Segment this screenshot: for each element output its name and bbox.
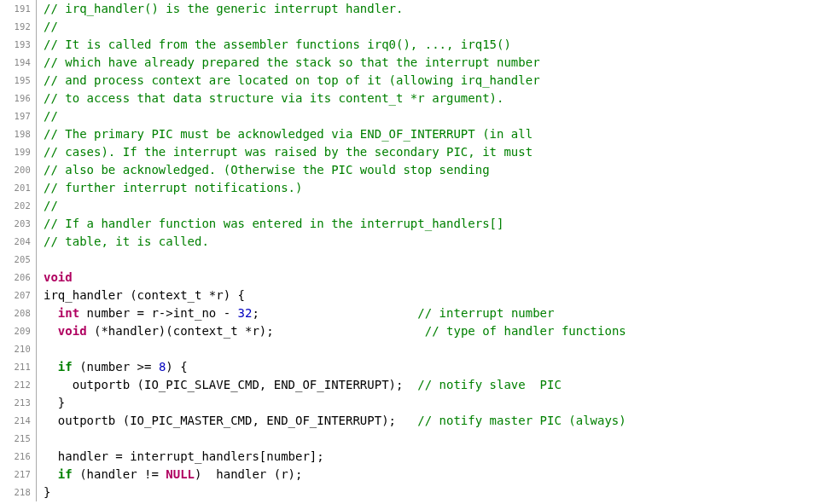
line-number: 212 — [0, 376, 37, 394]
code-row[interactable]: 199// cases). If the interrupt was raise… — [0, 143, 838, 161]
code-row[interactable]: 213 } — [0, 394, 838, 412]
code-line[interactable]: // which have already prepared the stack… — [37, 54, 540, 71]
token-plain — [44, 360, 58, 374]
line-number: 192 — [0, 18, 37, 36]
code-line[interactable]: // irq_handler() is the generic interrup… — [37, 0, 403, 17]
code-row[interactable]: 193// It is called from the assembler fu… — [0, 36, 838, 54]
line-number: 218 — [0, 484, 37, 501]
line-number: 200 — [0, 161, 37, 179]
token-comment: // notify master PIC (always) — [417, 414, 626, 427]
line-number: 198 — [0, 125, 37, 143]
line-number: 203 — [0, 215, 37, 233]
code-row[interactable]: 204// table, it is called. — [0, 233, 838, 251]
code-line[interactable]: // to access that data structure via its… — [37, 90, 503, 107]
code-row[interactable]: 210 — [0, 340, 838, 358]
token-plain: (*handler)(context_t *r); — [87, 324, 425, 338]
code-row[interactable]: 203// If a handler function was entered … — [0, 215, 838, 233]
token-plain: outportb (IO_PIC_MASTER_CMD, END_OF_INTE… — [44, 414, 417, 427]
code-editor[interactable]: 191// irq_handler() is the generic inter… — [0, 0, 838, 501]
code-line[interactable]: // further interrupt notifications.) — [37, 179, 302, 196]
token-plain: ; — [252, 306, 417, 320]
token-comment: // — [44, 199, 58, 212]
code-row[interactable]: 195// and process context are located on… — [0, 72, 838, 90]
token-comment: // The primary PIC must be acknowledged … — [44, 127, 532, 141]
token-comment: // interrupt number — [417, 306, 554, 320]
code-line[interactable]: // cases). If the interrupt was raised b… — [37, 143, 532, 160]
line-number: 217 — [0, 466, 37, 484]
code-line[interactable]: void — [37, 269, 73, 286]
code-line[interactable]: // also be acknowledged. (Otherwise the … — [37, 161, 490, 178]
code-line[interactable]: // — [37, 107, 58, 125]
code-line[interactable]: int number = r->int_no - 32; // interrup… — [37, 304, 554, 322]
token-comment: // cases). If the interrupt was raised b… — [44, 145, 532, 159]
token-plain — [44, 324, 58, 338]
code-row[interactable]: 215 — [0, 430, 838, 448]
code-line[interactable]: // It is called from the assembler funct… — [37, 36, 511, 53]
code-line[interactable]: // table, it is called. — [37, 233, 209, 250]
code-row[interactable]: 217 if (handler != NULL) handler (r); — [0, 466, 838, 484]
code-row[interactable]: 192// — [0, 18, 838, 36]
code-row[interactable]: 214 outportb (IO_PIC_MASTER_CMD, END_OF_… — [0, 412, 838, 430]
code-line[interactable]: } — [37, 484, 50, 501]
code-line[interactable]: void (*handler)(context_t *r); // type o… — [37, 322, 626, 339]
line-number: 206 — [0, 269, 37, 287]
code-line[interactable]: // and process context are located on to… — [37, 72, 540, 89]
line-number: 201 — [0, 179, 37, 197]
line-number: 211 — [0, 358, 37, 376]
code-row[interactable]: 198// The primary PIC must be acknowledg… — [0, 125, 838, 143]
token-comment: // If a handler function was entered in … — [44, 217, 503, 230]
code-row[interactable]: 194// which have already prepared the st… — [0, 54, 838, 72]
line-number: 205 — [0, 251, 37, 269]
token-plain: handler = interrupt_handlers[number]; — [44, 449, 324, 463]
code-row[interactable]: 201// further interrupt notifications.) — [0, 179, 838, 197]
code-line[interactable]: handler = interrupt_handlers[number]; — [37, 448, 324, 465]
token-comment: // table, it is called. — [44, 235, 209, 248]
code-row[interactable]: 208 int number = r->int_no - 32; // inte… — [0, 304, 838, 322]
code-line[interactable]: if (handler != NULL) handler (r); — [37, 466, 302, 483]
code-line[interactable]: outportb (IO_PIC_SLAVE_CMD, END_OF_INTER… — [37, 376, 562, 393]
line-number: 204 — [0, 233, 37, 251]
token-comment: // further interrupt notifications.) — [44, 181, 302, 194]
code-row[interactable]: 207irq_handler (context_t *r) { — [0, 287, 838, 304]
line-number: 215 — [0, 430, 37, 448]
token-comment: // — [44, 109, 58, 123]
code-row[interactable]: 218} — [0, 484, 838, 501]
code-line[interactable]: // — [37, 18, 58, 35]
code-line[interactable]: outportb (IO_PIC_MASTER_CMD, END_OF_INTE… — [37, 412, 626, 429]
token-keyword: if — [58, 360, 73, 374]
line-number: 213 — [0, 394, 37, 412]
code-row[interactable]: 205 — [0, 251, 838, 269]
token-plain — [44, 467, 58, 481]
code-row[interactable]: 191// irq_handler() is the generic inter… — [0, 0, 838, 18]
token-comment: // type of handler functions — [425, 324, 626, 338]
token-comment: // notify slave PIC — [417, 378, 562, 391]
line-number: 208 — [0, 304, 37, 322]
code-row[interactable]: 211 if (number >= 8) { — [0, 358, 838, 376]
code-row[interactable]: 209 void (*handler)(context_t *r); // ty… — [0, 322, 838, 340]
code-row[interactable]: 206void — [0, 269, 838, 287]
line-number: 197 — [0, 107, 37, 125]
code-line[interactable]: // — [37, 197, 58, 214]
code-line[interactable]: // If a handler function was entered in … — [37, 215, 503, 232]
code-row[interactable]: 216 handler = interrupt_handlers[number]… — [0, 448, 838, 466]
line-number: 207 — [0, 287, 37, 304]
code-row[interactable]: 197// — [0, 107, 838, 125]
line-number: 216 — [0, 448, 37, 466]
code-row[interactable]: 212 outportb (IO_PIC_SLAVE_CMD, END_OF_I… — [0, 376, 838, 394]
line-number: 193 — [0, 36, 37, 54]
code-row[interactable]: 196// to access that data structure via … — [0, 90, 838, 107]
token-comment: // — [44, 20, 58, 33]
code-line[interactable]: if (number >= 8) { — [37, 358, 188, 375]
line-number: 214 — [0, 412, 37, 430]
line-number: 196 — [0, 90, 37, 107]
code-line[interactable]: // The primary PIC must be acknowledged … — [37, 125, 532, 142]
line-number: 195 — [0, 72, 37, 90]
code-line[interactable]: irq_handler (context_t *r) { — [37, 287, 245, 304]
token-comment: // also be acknowledged. (Otherwise the … — [44, 163, 490, 177]
code-line[interactable]: } — [37, 394, 65, 411]
token-plain: } — [44, 485, 50, 499]
token-plain: (handler != — [73, 467, 166, 481]
token-plain — [44, 306, 58, 320]
code-row[interactable]: 200// also be acknowledged. (Otherwise t… — [0, 161, 838, 179]
code-row[interactable]: 202// — [0, 197, 838, 215]
